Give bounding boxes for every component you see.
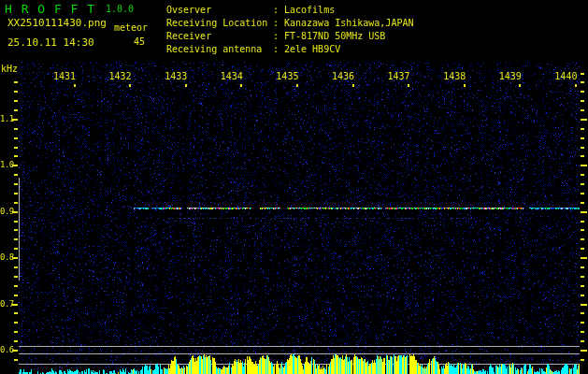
- freq-tick-label: 0.7: [0, 300, 12, 309]
- freq-tick-mark: [581, 73, 584, 75]
- freq-tick-mark: [581, 312, 584, 314]
- freq-tick-mark: [14, 248, 18, 250]
- freq-tick-mark: [14, 312, 18, 314]
- info-value: Kanazawa Ishikawa,JAPAN: [284, 17, 413, 30]
- time-tick-label: 1440: [552, 72, 580, 81]
- info-value: FT-817ND 50MHz USB: [284, 30, 385, 43]
- info-label: Receiving Location: [166, 17, 273, 30]
- freq-tick-mark: [581, 147, 584, 149]
- freq-tick-mark: [14, 221, 18, 223]
- freq-tick-mark: [581, 119, 587, 121]
- freq-tick-mark: [581, 276, 584, 278]
- freq-tick-mark: [14, 174, 18, 176]
- receiver-info-row: Receiver:FT-817ND 50MHz USB: [166, 30, 413, 43]
- freq-tick-mark: [14, 238, 18, 240]
- timestamp: 25.10.11 14:30: [7, 37, 94, 48]
- freq-tick-mark: [581, 229, 584, 231]
- time-tick-mark: [408, 84, 409, 87]
- freq-tick-label: 0.6: [0, 346, 12, 354]
- freq-tick-mark: [14, 331, 18, 333]
- time-tick-mark: [74, 84, 76, 87]
- freq-tick-mark: [581, 193, 584, 194]
- receiver-info-block: Ovserver:LacofilmsReceiving Location:Kan…: [166, 4, 413, 56]
- freq-tick-label: 0.8: [0, 253, 12, 262]
- info-label: Receiver: [166, 30, 273, 43]
- freq-tick-mark: [14, 285, 18, 287]
- app-version: 1.0.0: [106, 5, 134, 14]
- freq-tick-mark: [14, 128, 18, 130]
- freq-tick-mark: [14, 81, 18, 83]
- freq-tick-mark: [581, 202, 584, 204]
- freq-tick-mark: [581, 183, 584, 185]
- time-tick-mark: [464, 84, 466, 87]
- freq-tick-mark: [581, 257, 587, 259]
- freq-tick-mark: [581, 155, 584, 157]
- freq-tick-mark: [581, 295, 584, 296]
- mode-label: meteor: [114, 23, 148, 33]
- time-tick-label: 1431: [50, 72, 79, 81]
- freq-tick-mark: [581, 266, 584, 268]
- time-tick-label: 1437: [385, 72, 413, 81]
- time-tick-label: 1432: [107, 72, 135, 81]
- freq-tick-mark: [581, 81, 584, 83]
- time-tick-label: 1433: [162, 72, 190, 81]
- time-tick-mark: [352, 84, 354, 87]
- receiver-info-row: Receiving Location:Kanazawa Ishikawa,JAP…: [166, 17, 413, 30]
- time-tick-mark: [296, 84, 298, 87]
- receiver-info-row: Receiving antenna:2ele HB9CV: [166, 43, 413, 56]
- time-tick-mark: [575, 84, 577, 87]
- echo-count: 45: [129, 37, 145, 47]
- info-label: Receiving antenna: [166, 43, 273, 56]
- freq-tick-mark: [581, 350, 587, 352]
- freq-tick-mark: [14, 295, 18, 296]
- freq-tick-label: 0.9: [0, 208, 12, 216]
- freq-tick-mark: [14, 229, 18, 231]
- freq-tick-mark: [14, 100, 18, 102]
- freq-tick-mark: [581, 128, 584, 130]
- info-label: Ovserver: [166, 4, 273, 17]
- info-separator: :: [273, 4, 284, 17]
- info-value: Lacofilms: [284, 4, 335, 17]
- freq-tick-mark: [14, 183, 18, 185]
- time-tick-label: 1438: [440, 72, 468, 81]
- freq-tick-mark: [581, 174, 584, 176]
- receiver-info-row: Ovserver:Lacofilms: [166, 4, 413, 17]
- time-tick-mark: [185, 84, 187, 87]
- freq-tick-mark: [581, 331, 584, 333]
- freq-tick-mark: [14, 137, 18, 139]
- freq-tick-label: 1.0: [0, 161, 12, 169]
- freq-tick-mark: [581, 248, 584, 250]
- info-value: 2ele HB9CV: [284, 43, 340, 56]
- hrofft-screen: H R O F F T 1.0.0 XX2510111430.png meteo…: [0, 0, 588, 374]
- time-tick-label: 1435: [273, 72, 301, 81]
- freq-tick-mark: [581, 304, 587, 306]
- time-tick-mark: [519, 84, 521, 87]
- freq-tick-mark: [14, 322, 18, 324]
- freq-tick-mark: [581, 221, 584, 223]
- freq-tick-mark: [14, 276, 18, 278]
- output-filename: XX2510111430.png: [7, 18, 107, 28]
- time-tick-label: 1436: [329, 72, 357, 81]
- freq-tick-mark: [581, 359, 584, 361]
- spectrogram-canvas: [0, 0, 588, 374]
- freq-tick-mark: [14, 202, 18, 204]
- freq-tick-mark: [581, 340, 584, 342]
- freq-tick-mark: [14, 266, 18, 268]
- freq-tick-mark: [581, 322, 584, 324]
- freq-axis-unit: kHz: [1, 65, 18, 74]
- freq-tick-mark: [581, 285, 584, 287]
- info-separator: :: [273, 30, 284, 43]
- freq-tick-mark: [581, 91, 584, 93]
- freq-tick-mark: [581, 100, 584, 102]
- app-title: H R O F F T: [5, 3, 95, 15]
- freq-tick-mark: [14, 193, 18, 194]
- freq-tick-mark: [581, 165, 587, 166]
- time-tick-mark: [129, 84, 131, 87]
- freq-tick-mark: [581, 137, 584, 139]
- freq-tick-mark: [14, 109, 18, 111]
- info-separator: :: [273, 17, 284, 30]
- freq-tick-mark: [14, 147, 18, 149]
- freq-tick-mark: [14, 359, 18, 361]
- freq-tick-label: 1.1: [0, 115, 12, 123]
- freq-tick-mark: [14, 91, 18, 93]
